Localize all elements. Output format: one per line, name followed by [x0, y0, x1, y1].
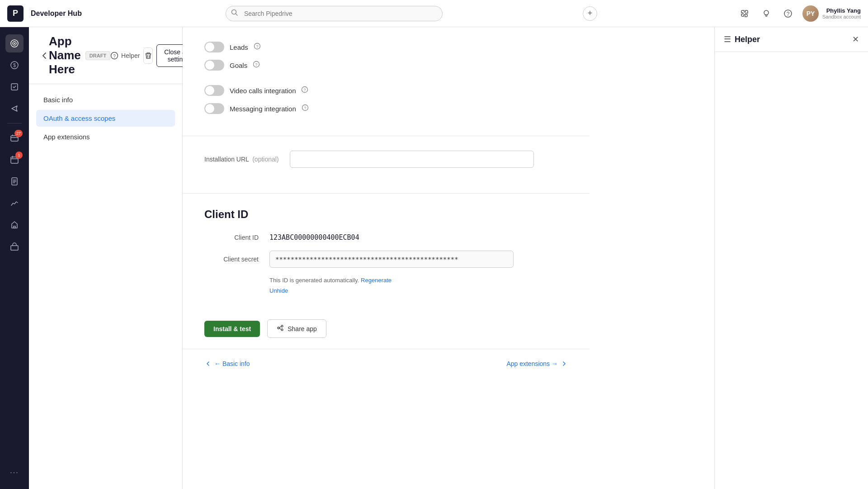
leads-help-icon[interactable]: ? [254, 43, 261, 52]
client-secret-input[interactable] [269, 251, 514, 268]
svg-rect-15 [11, 246, 18, 250]
toggles-section: Leads ? Goals ? [183, 27, 590, 136]
sidebar-item-calendar[interactable]: 1 [5, 151, 24, 169]
svg-text:?: ? [255, 62, 258, 67]
sidebar-divider [7, 123, 22, 123]
search-icon [231, 9, 238, 18]
installation-url-label: Installation URL (optional) [204, 156, 279, 163]
user-name: Phyllis Yang [822, 7, 861, 14]
inbox-badge: 27 [14, 130, 23, 137]
svg-rect-14 [14, 226, 15, 228]
helper-panel: ☰ Helper ✕ [714, 27, 868, 489]
client-id-row: Client ID 123ABC00000000400ECB04 [204, 233, 568, 242]
sidebar-item-products[interactable] [5, 216, 24, 234]
forward-to-extensions-link[interactable]: App extensions → [506, 360, 568, 367]
leads-toggle[interactable] [204, 42, 224, 52]
nav-item-extensions[interactable]: App extensions [36, 128, 175, 145]
client-id-section: Client ID Client ID 123ABC00000000400ECB… [183, 194, 590, 309]
user-info[interactable]: PY Phyllis Yang Sandbox account [802, 5, 861, 22]
client-secret-label: Client secret [204, 256, 259, 263]
toggle-row-video: Video calls integration ? [204, 85, 568, 96]
client-secret-row: Client secret [204, 251, 568, 268]
client-id-value: 123ABC00000000400ECB04 [269, 233, 359, 242]
nav-item-basic-info[interactable]: Basic info [36, 91, 175, 108]
svg-point-27 [281, 329, 283, 331]
sidebar-item-documents[interactable] [5, 172, 24, 190]
svg-point-26 [281, 325, 283, 327]
back-to-basic-info-link[interactable]: ← Basic info [204, 360, 250, 367]
share-app-button[interactable]: Share app [267, 319, 326, 338]
sidebar-item-reports[interactable] [5, 194, 24, 212]
nav-sidebar: App Name Here DRAFT ? Helper Close app s [29, 27, 183, 489]
messaging-help-icon[interactable]: ? [302, 104, 309, 113]
add-button[interactable]: + [583, 6, 597, 21]
helper-panel-header: ☰ Helper ✕ [715, 27, 868, 52]
helper-button[interactable]: ? Helper [110, 52, 140, 60]
installation-url-input[interactable] [290, 151, 534, 168]
layout: $ 27 [0, 27, 868, 489]
svg-text:?: ? [787, 11, 790, 17]
helper-close-button[interactable]: ✕ [852, 34, 859, 44]
regenerate-link[interactable]: Regenerate [361, 277, 392, 284]
nav-menu: Basic info OAuth & access scopes App ext… [29, 84, 182, 154]
bottom-actions: Install & test Share app [183, 309, 590, 349]
nav-actions: ? PY Phyllis Yang Sandbox account [737, 5, 861, 22]
messaging-toggle[interactable] [204, 103, 224, 114]
helper-menu-icon: ☰ [724, 34, 731, 44]
sidebar-item-campaigns[interactable] [5, 100, 24, 118]
svg-text:?: ? [304, 106, 306, 110]
content-area: Leads ? Goals ? [183, 27, 590, 378]
app-header-bar: App Name Here DRAFT ? Helper Close app s [29, 27, 182, 84]
sidebar-item-inbox[interactable]: 27 [5, 129, 24, 147]
goals-help-icon[interactable]: ? [253, 61, 260, 70]
extensions-icon[interactable] [737, 6, 752, 21]
search-bar [226, 6, 443, 21]
video-calls-label: Video calls integration [230, 87, 296, 95]
video-calls-help-icon[interactable]: ? [301, 86, 308, 95]
user-sub: Sandbox account [822, 14, 861, 19]
helper-panel-title: Helper [735, 35, 760, 44]
nav-item-oauth[interactable]: OAuth & access scopes [36, 110, 175, 127]
draft-badge: DRAFT [85, 51, 110, 60]
sidebar-item-marketplace[interactable] [5, 237, 24, 256]
leads-label: Leads [230, 43, 248, 51]
sidebar-item-target[interactable] [5, 34, 24, 52]
svg-text:?: ? [113, 53, 116, 58]
top-nav: P Developer Hub + ? [0, 0, 868, 27]
app-name: App Name Here [49, 34, 81, 76]
installation-url-row: Installation URL (optional) [204, 151, 568, 168]
toggle-row-messaging: Messaging integration ? [204, 103, 568, 114]
logo: P [7, 5, 24, 22]
svg-point-7 [14, 43, 15, 44]
goals-label: Goals [230, 62, 247, 69]
client-hints: This ID is generated automatically. Rege… [269, 277, 568, 284]
svg-point-28 [278, 327, 279, 329]
svg-text:?: ? [256, 44, 258, 49]
calendar-badge: 1 [15, 152, 23, 159]
sidebar-item-tasks[interactable] [5, 78, 24, 96]
toggle-row-goals: Goals ? [204, 60, 568, 71]
client-id-label: Client ID [204, 234, 259, 241]
search-input[interactable] [226, 6, 443, 21]
toggle-row-leads: Leads ? [204, 42, 568, 52]
main-content: Leads ? Goals ? [183, 27, 714, 489]
svg-point-2 [764, 10, 769, 15]
nav-footer: ← Basic info App extensions → [183, 349, 590, 378]
icon-sidebar: $ 27 [0, 27, 29, 489]
sidebar-item-dollar[interactable]: $ [5, 56, 24, 74]
svg-line-1 [236, 14, 237, 15]
messaging-label: Messaging integration [230, 105, 296, 113]
help-icon[interactable]: ? [781, 6, 795, 21]
avatar: PY [802, 5, 819, 22]
video-calls-toggle[interactable] [204, 85, 224, 96]
goals-toggle[interactable] [204, 60, 224, 71]
delete-button[interactable] [143, 47, 153, 64]
svg-text:?: ? [304, 88, 306, 92]
app-title: Developer Hub [31, 9, 82, 18]
back-button[interactable] [40, 51, 49, 60]
install-test-button[interactable]: Install & test [204, 321, 260, 337]
ideas-icon[interactable] [759, 6, 774, 21]
installation-url-section: Installation URL (optional) [183, 136, 590, 194]
unhide-link[interactable]: Unhide [269, 287, 568, 294]
sidebar-item-more[interactable]: ··· [5, 464, 24, 482]
